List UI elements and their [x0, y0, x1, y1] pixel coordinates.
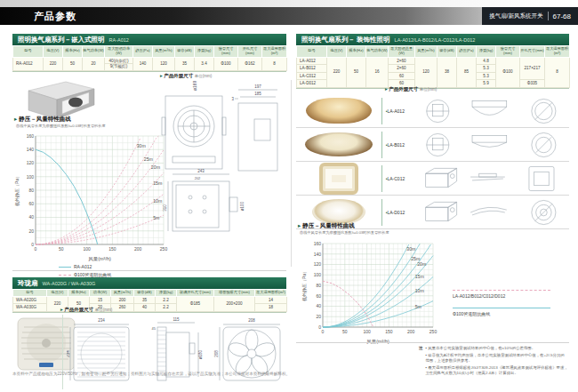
section-divider-left: [12, 270, 286, 271]
cell-hole: 217×217: [520, 57, 545, 80]
cell-voltage: 220: [327, 57, 347, 87]
legend-fan-curve: LA-A012/B012/C012/D012: [453, 290, 564, 300]
cell-static: 85: [457, 57, 477, 87]
dim-side-w2: 185: [254, 92, 261, 96]
cell-static: 140: [133, 57, 153, 70]
cell-hole: Φ162: [238, 57, 262, 70]
svg-text:0: 0: [35, 246, 37, 252]
svg-text:200: 200: [134, 246, 142, 252]
gallery-label: LA-B012: [381, 132, 419, 158]
cell-airflow: 260: [111, 304, 134, 312]
svg-text:60: 60: [28, 201, 34, 206]
col-header: 开孔尺寸(mm): [520, 46, 545, 58]
col-header: 净重(kg): [477, 46, 496, 58]
col-header: 净重(kg): [195, 46, 214, 58]
svg-text:150: 150: [108, 246, 116, 252]
cell-glass-hole: Φ185: [177, 296, 214, 311]
panel-divider: [291, 80, 292, 267]
cell-area: 8: [262, 57, 287, 70]
svg-text:100: 100: [27, 174, 35, 180]
svg-text:100: 100: [83, 246, 91, 252]
legend-duct-curve: Φ100管道阻抗曲线: [453, 308, 564, 318]
la-dims-caption: 产品外观尺寸 单位(mm): [385, 86, 437, 92]
col-header: 玻璃开孔尺寸(mm): [177, 290, 214, 297]
drawings-la-d012: [419, 197, 569, 228]
svg-text:100: 100: [314, 272, 322, 277]
photo-la-a012: [306, 98, 372, 124]
wa-header-row: 型号 电压(V) 频率(Hz) 功率(W) 风量(m³/h) 噪音(dB) 净重…: [13, 290, 287, 297]
page-number: 67-68: [553, 12, 571, 20]
cell-light-incandescent: 40(白炽灯): [105, 59, 132, 64]
svg-text:50: 50: [59, 246, 64, 252]
ra-chart-title: 静压－风量特性曲线: [14, 116, 71, 124]
wa-dims-unit: 单位(mm): [95, 308, 113, 312]
dim-fan-dia: ø180: [198, 349, 203, 359]
cell-power: 20: [83, 57, 105, 70]
cell-power: 16: [366, 57, 389, 87]
notes-divider: [296, 342, 569, 343]
svg-text:机外静压（Pa）: 机外静压（Pa）: [301, 269, 307, 301]
svg-text:80: 80: [316, 283, 321, 288]
cell-noise: 38: [438, 57, 457, 87]
cell-noise: 40: [134, 304, 156, 312]
col-header: 最大照明总量(W): [389, 46, 415, 58]
cell-voltage: 220: [44, 57, 63, 70]
svg-text:30m: 30m: [406, 246, 415, 252]
svg-text:0: 0: [322, 329, 325, 334]
col-header: 频率(Hz): [63, 46, 83, 58]
col-header: 电压(V): [47, 290, 68, 297]
ra-header-row: 型号 电压(V) 频率(Hz) 换气功率(W) 最大照明功率(W) 静压(Pa)…: [13, 46, 287, 58]
la-gallery: LA-A012 LA-B012 LA-C012: [296, 94, 569, 229]
cell-freq: 50: [63, 57, 83, 70]
section-la-title: 照明换气扇系列－ 装饰性照明: [301, 36, 390, 44]
ra-product-photo: [16, 78, 98, 121]
col-header: 型号: [13, 46, 44, 58]
cell-model: LA-A012: [297, 57, 327, 65]
col-header: 接管尺寸(mm): [214, 46, 238, 58]
col-header: 最大适用面积(m²): [262, 46, 287, 58]
page-title: 产品参数: [0, 10, 76, 23]
dim-back-h: 208: [214, 350, 219, 357]
svg-text:风量(m³/h): 风量(m³/h): [88, 256, 111, 261]
svg-text:50: 50: [342, 329, 348, 334]
wa-dims-caption: 产品外观尺寸 单位(mm): [60, 307, 112, 313]
drawings-la-a012: [419, 96, 569, 126]
page-disclaimer: 本资料中产品规格电压为220V/50Hz，如有变动，恕不另行通知；资料图片与实物…: [12, 372, 569, 376]
cell-weight: 3.4: [195, 57, 214, 70]
svg-text:150: 150: [385, 329, 393, 334]
svg-text:60: 60: [316, 293, 321, 299]
note-item: 风量是本公司实验室测试结果的中心值，有±10%的公差范围。: [425, 346, 568, 352]
svg-text:25m: 25m: [411, 256, 420, 261]
page-top-strip: [0, 0, 578, 7]
dim-front-w: 234: [98, 318, 105, 323]
col-header: 功率(W): [90, 290, 111, 297]
cell-airflow: 120: [415, 57, 438, 87]
col-header: 静压(Pa): [457, 46, 477, 58]
cell-model: RA-A012: [13, 57, 44, 70]
ra-spec-table: 型号 电压(V) 频率(Hz) 换气功率(W) 最大照明功率(W) 静压(Pa)…: [12, 45, 287, 71]
cell-duct: Φ100: [496, 57, 520, 87]
cell-weight: 2.2: [156, 304, 177, 312]
svg-text:140: 140: [27, 147, 35, 152]
col-header: 最大照明功率(W): [105, 46, 133, 58]
svg-text:30m: 30m: [137, 143, 146, 148]
svg-text:250: 250: [160, 246, 168, 252]
col-header: 电压(V): [44, 46, 63, 58]
svg-text:20: 20: [28, 228, 34, 234]
la-dims-caption-text: 产品外观尺寸: [389, 86, 418, 92]
svg-text:160: 160: [27, 133, 35, 139]
cell-model: LA-B012: [297, 65, 327, 73]
cell-airflow: 120: [153, 57, 175, 70]
section-ra-title: 照明换气扇系列－嵌入式照明: [18, 36, 105, 44]
la-chart-legend: LA-A012/B012/C012/D012 Φ100管道阻抗曲线: [453, 290, 564, 317]
cell-weight: 4.8: [477, 57, 496, 65]
section-la: 照明换气扇系列－ 装饰性照明 LA-A012/LA-B012/LA-C012/L…: [296, 34, 569, 367]
ra-chart-note: 曲线中风管长度为摩擦抵抗系数λ=0.03时的直管的长度: [16, 124, 106, 128]
ra-pressure-airflow-chart: 0204060801001201401600501001502002505m10…: [12, 129, 173, 264]
cell-hole: Φ335: [520, 80, 545, 88]
svg-text:160: 160: [314, 241, 322, 246]
gallery-row-la-c012: LA-C012: [296, 162, 569, 196]
col-header: 最大适用面积(m²): [255, 290, 287, 297]
header-category-block: 换气扇/新风系统开关 67-68: [482, 7, 578, 25]
svg-text:40: 40: [28, 214, 34, 220]
